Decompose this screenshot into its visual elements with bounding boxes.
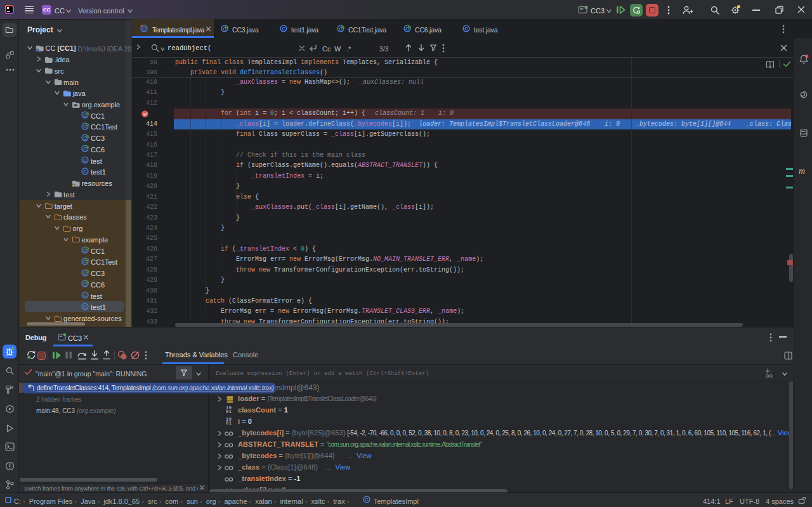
svg-text:C: C [282,26,285,32]
svg-text:C: C [464,26,468,32]
svg-text:C: C [83,304,87,310]
svg-text:C: C [83,157,87,163]
svg-text:C: C [83,293,87,298]
svg-text:C: C [365,497,369,503]
svg-text:C: C [142,26,146,32]
svg-text:C: C [83,169,87,174]
